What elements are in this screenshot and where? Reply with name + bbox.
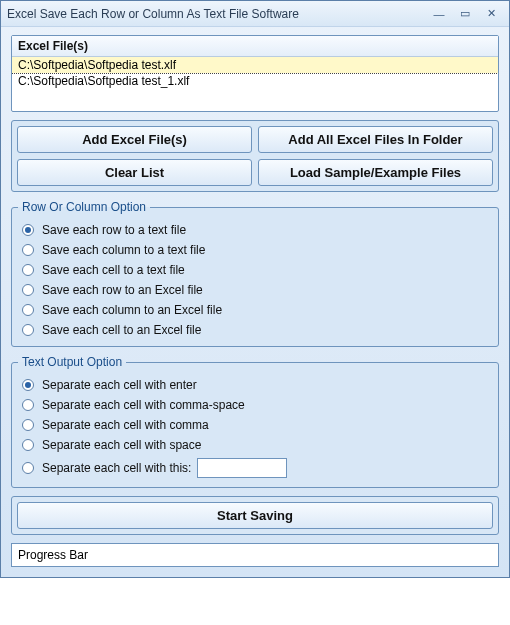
row-col-option[interactable]: Save each cell to a text file (18, 260, 492, 280)
option-label: Save each column to a text file (42, 243, 205, 257)
window-title: Excel Save Each Row or Column As Text Fi… (7, 7, 425, 21)
progress-bar: Progress Bar (11, 543, 499, 567)
radio-icon[interactable] (22, 284, 34, 296)
radio-icon[interactable] (22, 264, 34, 276)
file-list-header: Excel File(s) (12, 36, 498, 57)
add-folder-button[interactable]: Add All Excel Files In Folder (258, 126, 493, 153)
radio-icon[interactable] (22, 439, 34, 451)
radio-icon[interactable] (22, 324, 34, 336)
text-output-option-legend: Text Output Option (18, 355, 126, 369)
close-button[interactable]: ✕ (479, 6, 503, 22)
start-saving-button[interactable]: Start Saving (17, 502, 493, 529)
custom-separator-input[interactable] (197, 458, 287, 478)
add-files-button[interactable]: Add Excel File(s) (17, 126, 252, 153)
row-col-option[interactable]: Save each row to an Excel file (18, 280, 492, 300)
row-column-option-legend: Row Or Column Option (18, 200, 150, 214)
file-list[interactable]: C:\Softpedia\Softpedia test.xlf C:\Softp… (12, 57, 498, 111)
option-label: Save each cell to an Excel file (42, 323, 201, 337)
start-group: Start Saving (11, 496, 499, 535)
content-area: Excel File(s) C:\Softpedia\Softpedia tes… (1, 27, 509, 577)
text-output-option[interactable]: Separate each cell with enter (18, 375, 492, 395)
app-window: Excel Save Each Row or Column As Text Fi… (0, 0, 510, 578)
option-label: Separate each cell with comma (42, 418, 209, 432)
file-list-box: Excel File(s) C:\Softpedia\Softpedia tes… (11, 35, 499, 112)
option-label: Separate each cell with enter (42, 378, 197, 392)
text-output-option[interactable]: Separate each cell with comma-space (18, 395, 492, 415)
minimize-button[interactable]: — (427, 6, 451, 22)
text-output-option[interactable]: Separate each cell with space (18, 435, 492, 455)
option-label: Save each row to a text file (42, 223, 186, 237)
radio-icon[interactable] (22, 419, 34, 431)
text-output-option[interactable]: Separate each cell with this: (18, 455, 492, 481)
radio-icon[interactable] (22, 379, 34, 391)
load-sample-button[interactable]: Load Sample/Example Files (258, 159, 493, 186)
radio-icon[interactable] (22, 462, 34, 474)
file-row[interactable]: C:\Softpedia\Softpedia test_1.xlf (12, 73, 498, 89)
row-col-option[interactable]: Save each column to a text file (18, 240, 492, 260)
row-col-option[interactable]: Save each row to a text file (18, 220, 492, 240)
radio-icon[interactable] (22, 224, 34, 236)
option-label: Separate each cell with comma-space (42, 398, 245, 412)
progress-label: Progress Bar (18, 548, 88, 562)
option-label: Save each column to an Excel file (42, 303, 222, 317)
option-label: Separate each cell with this: (42, 461, 191, 475)
text-output-option[interactable]: Separate each cell with comma (18, 415, 492, 435)
row-col-option[interactable]: Save each cell to an Excel file (18, 320, 492, 340)
maximize-button[interactable]: ▭ (453, 6, 477, 22)
radio-icon[interactable] (22, 399, 34, 411)
row-column-option-group: Row Or Column Option Save each row to a … (11, 200, 499, 347)
option-label: Save each cell to a text file (42, 263, 185, 277)
clear-list-button[interactable]: Clear List (17, 159, 252, 186)
file-row[interactable]: C:\Softpedia\Softpedia test.xlf (12, 57, 498, 73)
titlebar: Excel Save Each Row or Column As Text Fi… (1, 1, 509, 27)
row-col-option[interactable]: Save each column to an Excel file (18, 300, 492, 320)
radio-icon[interactable] (22, 304, 34, 316)
radio-icon[interactable] (22, 244, 34, 256)
text-output-option-group: Text Output Option Separate each cell wi… (11, 355, 499, 488)
option-label: Save each row to an Excel file (42, 283, 203, 297)
option-label: Separate each cell with space (42, 438, 201, 452)
file-buttons-group: Add Excel File(s) Add All Excel Files In… (11, 120, 499, 192)
